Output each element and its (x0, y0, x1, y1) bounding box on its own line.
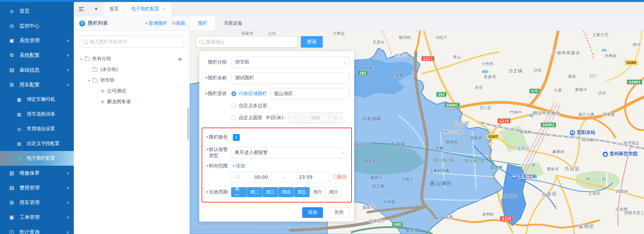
address-search-input[interactable] (206, 39, 294, 45)
tree-node[interactable]: (未分组) (77, 64, 186, 75)
sidebar-item-label: 费用管理 (19, 185, 40, 191)
sidebar-item-label: 工单管理 (19, 214, 40, 221)
address-icon: ◎ (15, 127, 23, 132)
content-region: ! 围栏列表 ＋新增围栏 ↻刷新 ▾所有分组+(未分组)▾轿车组⊕公司测试⊕麒龙… (74, 16, 644, 234)
sidebar-item-vehicle-config[interactable]: ⊞用车配置∧ (0, 77, 74, 92)
tree-node-label: 轿车组 (100, 77, 114, 83)
fence-search-input[interactable] (90, 39, 180, 44)
admin-region-option-label[interactable]: 行政区域围栏 (239, 91, 267, 97)
weekday-button-周二[interactable]: 周二 (247, 187, 263, 197)
sidebar-item-system-config[interactable]: ⚙系统配置∨ (0, 48, 74, 63)
form-add-button[interactable]: 添加 (302, 207, 323, 218)
add-fence-link[interactable]: ＋新增围栏 (144, 20, 167, 26)
weekday-button-周四[interactable]: 周四 (278, 187, 294, 197)
radius-value[interactable]: 500 (302, 112, 329, 123)
chevron-down-icon: ∨ (342, 151, 344, 155)
delete-time-range-link[interactable]: 删除 (333, 174, 347, 180)
map-tabs: 围栏关联设备 (190, 16, 644, 31)
sidebar-item-label: 用车流程词条 (27, 111, 55, 117)
scrollbar-thumb[interactable] (187, 108, 189, 140)
sidebar-item-home[interactable]: ⌂首页 (0, 4, 74, 18)
sidebar-item-electronic-fence[interactable]: ◉电子围栏配置 (0, 151, 74, 166)
weekday-button-周一[interactable]: 周一 (231, 187, 247, 197)
app-window: ⌂首页◎监控中心▣系统管理∨⚙系统配置∨▤基础信息∨⊞用车配置∧▦绑定车辆司机▧… (0, 0, 644, 234)
add-group-button[interactable]: + (177, 56, 183, 62)
stepper-minus-button[interactable]: − (289, 112, 302, 123)
sidebar-item-common-address[interactable]: ◎常用地址设置 (0, 122, 74, 136)
admin-region-input[interactable]: 观山湖区 (270, 88, 350, 99)
tree-node[interactable]: ▾轿车组 (77, 75, 186, 86)
custom-polygon-option-label[interactable]: 自定义多边形 (239, 103, 267, 109)
sidebar-item-bind-vehicle-driver[interactable]: ▦绑定车辆司机 (0, 92, 74, 107)
sidebar-item-expense-management[interactable]: ▤费用管理∨ (0, 180, 74, 195)
sidebar-item-statistics-query[interactable]: ◫统计查询∨ (0, 225, 74, 234)
tab-首页[interactable]: 首页 (103, 2, 125, 16)
sidebar-item-vehicle-management[interactable]: ⊞用车管理∨ (0, 195, 74, 210)
sidebar-item-label: 监控中心 (19, 23, 40, 29)
weekday-selector: 周一周二周三周四周五周六周日 (231, 187, 341, 197)
weekday-button-周六[interactable]: 周六 (310, 187, 326, 197)
sidebar-item-label: 自定义字段配置 (27, 141, 60, 147)
highlighted-settings-box: 围栏颜色 ∨ 默认报警类型 离开进入都报警∨ (202, 128, 352, 203)
caret-down-icon: ▾ (78, 57, 84, 61)
fence-name-input[interactable]: 测试围栏 (231, 72, 350, 84)
fence-color-picker[interactable]: ∨ (231, 132, 241, 142)
system-icon: ▣ (8, 37, 15, 44)
custom-polygon-radio[interactable] (231, 103, 236, 108)
tree-node[interactable]: ⊕公司测试 (77, 86, 186, 96)
map-tab-关联设备[interactable]: 关联设备 (216, 16, 251, 30)
refresh-link[interactable]: ↻刷新 (172, 20, 185, 26)
panel-scrollbar (187, 31, 190, 234)
alarm-type-row: 默认报警类型 离开进入都报警∨ (206, 147, 348, 159)
admin-region-radio[interactable] (231, 91, 236, 96)
tab-电子围栏配置[interactable]: 电子围栏配置× (125, 2, 172, 16)
address-search-button[interactable]: 搜索 (301, 36, 323, 48)
weekday-button-周日[interactable]: 周日 (326, 187, 341, 197)
sidebar-item-label: 统计查询 (19, 229, 40, 234)
stepper-plus-button[interactable]: + (329, 112, 342, 123)
tree-node-label: (未分组) (100, 67, 118, 73)
form-footer: 添加 关闭 (204, 207, 350, 218)
time-range-picker: 00:00 - 23:59 (231, 172, 329, 182)
end-time-value[interactable]: 23:59 (286, 174, 325, 180)
form-close-button[interactable]: 关闭 (328, 207, 350, 218)
tree-node[interactable]: ▾所有分组+ (77, 54, 186, 64)
sidebar-item-monitor-center[interactable]: ◎监控中心 (0, 18, 74, 33)
fence-color-label: 围栏颜色 (206, 134, 231, 140)
folder-icon (93, 79, 98, 82)
weekday-button-周三[interactable]: 周三 (263, 187, 278, 197)
tab-dropdown-button[interactable]: ▼ (89, 2, 103, 16)
sidebar-item-maintenance[interactable]: ▥维修保养∨ (0, 166, 74, 180)
fence-group-select[interactable]: 轿车组∨ (231, 57, 350, 68)
add-time-range-link[interactable]: ＋添加 (231, 163, 245, 169)
polygon-option-row: 自定义多边形 (231, 103, 350, 109)
alarm-type-select[interactable]: 离开进入都报警∨ (231, 147, 348, 158)
car2-icon: ⊞ (8, 200, 15, 206)
collapse-menu-button[interactable] (74, 2, 89, 16)
custom-circle-radio[interactable] (231, 115, 236, 120)
sidebar-item-label: 常用地址设置 (27, 126, 55, 132)
sidebar-item-label: 电子围栏配置 (27, 155, 55, 161)
fence-list-title: 围栏列表 (88, 20, 139, 26)
sidebar-item-custom-fields[interactable]: ▤自定义字段配置 (0, 136, 74, 151)
time-range-label: 时间范围 (206, 163, 231, 169)
sidebar-item-system-management[interactable]: ▣系统管理∨ (0, 33, 74, 48)
custom-circle-option-label[interactable]: 自定义圆形 (239, 115, 262, 121)
start-time-value[interactable]: 00:00 (242, 174, 280, 180)
chevron-down-icon: ∨ (66, 171, 69, 175)
tree-node[interactable]: ⊕麒龙商务港 (77, 96, 186, 107)
search-icon (83, 40, 87, 44)
field-icon: ▤ (15, 141, 23, 146)
map-tab-围栏[interactable]: 围栏 (190, 16, 216, 30)
fence-group-tree: ▾所有分组+(未分组)▾轿车组⊕公司测试⊕麒龙商务港 (74, 51, 190, 110)
sidebar-item-basic-info[interactable]: ▤基础信息∨ (0, 63, 74, 77)
tab-label: 首页 (109, 6, 119, 12)
chevron-down-icon: ∨ (66, 230, 69, 234)
tab-bar: ▼ 首页电子围栏配置× (74, 2, 644, 16)
weekday-button-周五[interactable]: 周五 (294, 187, 310, 197)
sidebar-item-workorder-management[interactable]: ▣工单管理∨ (0, 210, 74, 225)
map-canvas[interactable]: 张家坪小冲大桥边瓦房头顺河村马院子王家大宅猫冲水井凹水碓仡佬寨青山小包包牛场布依… (190, 31, 644, 234)
time-separator: - (282, 174, 284, 180)
close-icon[interactable]: × (162, 6, 166, 11)
sidebar-item-vehicle-flow-terms[interactable]: ▧用车流程词条 (0, 107, 74, 122)
